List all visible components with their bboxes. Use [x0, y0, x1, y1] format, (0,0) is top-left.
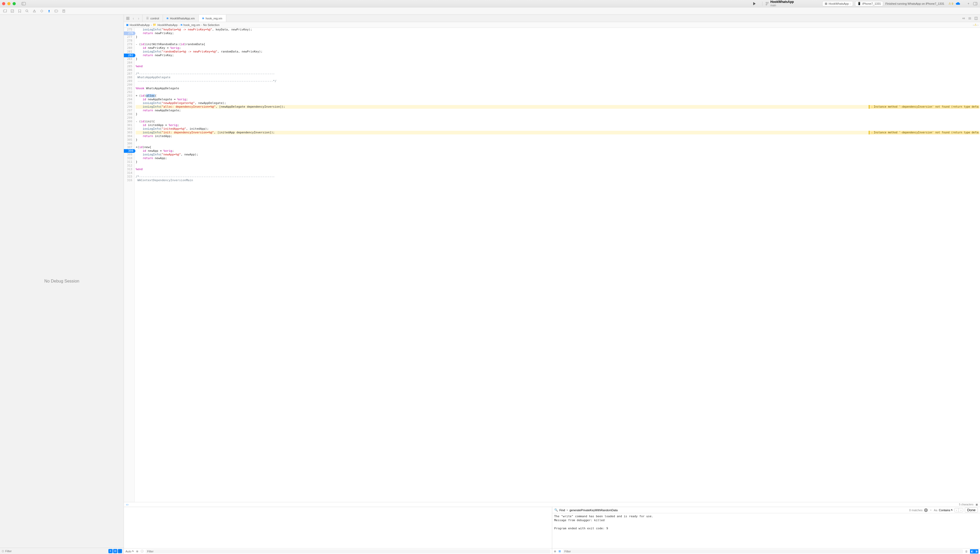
line-number[interactable]: 287: [124, 72, 134, 76]
line-number[interactable]: 294: [124, 98, 134, 101]
code-line[interactable]: iosLogInfo("newAppDelegate=%@", newAppDe…: [136, 101, 980, 105]
line-number[interactable]: 288: [124, 76, 134, 79]
line-number[interactable]: 307: [124, 145, 134, 149]
jumpbar-item[interactable]: No Selection: [203, 23, 220, 27]
code-line[interactable]: }: [136, 35, 980, 39]
code-line[interactable]: [136, 39, 980, 43]
code-line[interactable]: return newPrivKey;: [136, 32, 980, 35]
code-line[interactable]: return newAppDelegate;: [136, 109, 980, 112]
line-number[interactable]: 279: [124, 43, 134, 46]
jumpbar-item[interactable]: mhook_reg.xm: [181, 23, 200, 27]
find-insert-pattern-icon[interactable]: ＋: [929, 508, 932, 512]
find-clear-button[interactable]: ✕: [924, 508, 928, 512]
line-number[interactable]: 285: [124, 65, 134, 68]
breakpoint-navigator-icon[interactable]: [54, 9, 59, 13]
line-gutter[interactable]: 2752762772782792802812822832842852862872…: [124, 28, 135, 502]
breakpoint-bar-icon[interactable]: ▭: [126, 503, 128, 506]
line-number[interactable]: 306: [124, 142, 134, 145]
line-number[interactable]: 286: [124, 68, 134, 72]
chevron-down-icon[interactable]: ▾: [566, 509, 568, 511]
add-editor-icon[interactable]: [974, 16, 978, 21]
source-editor[interactable]: 2752762772782792802812822832842852862872…: [124, 28, 980, 502]
related-files-icon[interactable]: [126, 16, 130, 21]
line-number[interactable]: 309: [124, 153, 134, 156]
line-number[interactable]: 315: [124, 175, 134, 178]
line-number[interactable]: 313: [124, 167, 134, 171]
line-number[interactable]: 295: [124, 101, 134, 105]
nav-forward-button[interactable]: ›: [137, 16, 141, 21]
line-number[interactable]: 278: [124, 39, 134, 43]
code-line[interactable]: id newApp = %orig;: [136, 149, 980, 153]
line-number[interactable]: 296: [124, 105, 134, 109]
line-number[interactable]: 304: [124, 134, 134, 138]
code-line[interactable]: id initedApp = %orig;: [136, 123, 980, 127]
code-line[interactable]: %hook WhatsAppAppDelegate: [136, 87, 980, 90]
filter-chip-crashed[interactable]: ⊟: [113, 549, 117, 553]
minimap-toggle-icon[interactable]: [961, 16, 966, 21]
console-trash-icon[interactable]: 🗑: [965, 550, 968, 553]
line-number[interactable]: 300: [124, 120, 134, 123]
line-number[interactable]: 277: [124, 35, 134, 39]
code-line[interactable]: iosLogInfo("newApp=%@", newApp);: [136, 153, 980, 156]
line-number[interactable]: 298: [124, 112, 134, 116]
line-number[interactable]: 310: [124, 156, 134, 160]
warning-count-badge[interactable]: ⚠ 9: [948, 2, 953, 5]
scheme-picker[interactable]: 🏛 HookWhatsApp ›: [822, 1, 853, 6]
filter-chip-threads[interactable]: ≡: [108, 549, 113, 553]
destination-picker[interactable]: 📱 iPhone7_1331: [855, 1, 883, 6]
find-query-input[interactable]: [570, 509, 908, 512]
nav-back-button[interactable]: ‹: [131, 16, 135, 21]
info-icon[interactable]: ⓘ: [141, 549, 143, 553]
editor-tab[interactable]: ☰control: [143, 15, 163, 22]
sidebar-toggle-icon[interactable]: [21, 1, 26, 6]
toggle-console-pane[interactable]: ◨: [974, 549, 978, 554]
code-line[interactable]: [136, 171, 980, 175]
find-next-button[interactable]: ›: [959, 508, 963, 512]
code-content[interactable]: iosLogInfo("keyData=%@ -> newPrivKey=%@"…: [135, 28, 980, 502]
find-navigator-icon[interactable]: [25, 9, 29, 13]
code-line[interactable]: }: [136, 112, 980, 116]
line-number[interactable]: 282: [124, 54, 135, 57]
report-navigator-icon[interactable]: [61, 9, 66, 13]
line-number[interactable]: 293: [124, 94, 134, 98]
line-number[interactable]: 303: [124, 131, 134, 134]
library-button[interactable]: [973, 1, 978, 6]
find-done-button[interactable]: Done: [965, 508, 978, 513]
code-line[interactable]: /*--------------------------------------…: [136, 72, 980, 76]
code-line[interactable]: [136, 61, 980, 65]
code-line[interactable]: [136, 164, 980, 167]
find-prev-button[interactable]: ‹: [955, 508, 959, 512]
code-line[interactable]: }: [136, 138, 980, 142]
line-number[interactable]: 290: [124, 83, 134, 87]
code-line[interactable]: + (id)alloc{: [136, 94, 980, 98]
code-line[interactable]: [136, 83, 980, 87]
variables-filter-input[interactable]: [146, 549, 550, 554]
minimize-window-button[interactable]: [7, 2, 11, 5]
line-number[interactable]: 283: [124, 57, 134, 61]
toggle-vars-pane[interactable]: ◧: [970, 549, 974, 554]
console-eye-icon[interactable]: ◉: [554, 549, 557, 553]
eye-icon[interactable]: ◉: [136, 549, 138, 553]
line-number[interactable]: 302: [124, 127, 134, 131]
line-number[interactable]: 275: [124, 28, 134, 32]
zoom-window-button[interactable]: [13, 2, 16, 5]
inline-warning[interactable]: ⚠Instance method '-dependencyInversion' …: [869, 105, 979, 109]
line-number[interactable]: 284: [124, 61, 134, 65]
run-button[interactable]: [752, 1, 757, 6]
scheme-project-block[interactable]: HookWhatsApp main: [765, 0, 802, 6]
code-line[interactable]: /*--------------------------------------…: [136, 175, 980, 178]
code-line[interactable]: WAContextDependencyInversionMain: [136, 178, 980, 182]
find-case-toggle[interactable]: Aa: [934, 509, 937, 512]
line-number[interactable]: 316: [124, 178, 134, 182]
line-number[interactable]: 291: [124, 87, 134, 90]
code-line[interactable]: - (id)initWithRandomData:(id)randomData{: [136, 43, 980, 46]
code-line[interactable]: +(id)new{: [136, 145, 980, 149]
editor-tab[interactable]: mhook_reg.xm: [199, 15, 226, 22]
close-window-button[interactable]: [2, 2, 5, 5]
line-number[interactable]: 312: [124, 164, 134, 167]
line-number[interactable]: 301: [124, 123, 134, 127]
line-number[interactable]: 289: [124, 79, 134, 83]
line-number[interactable]: 314: [124, 171, 134, 175]
line-number[interactable]: 305: [124, 138, 134, 142]
issue-navigator-icon[interactable]: [32, 9, 37, 13]
